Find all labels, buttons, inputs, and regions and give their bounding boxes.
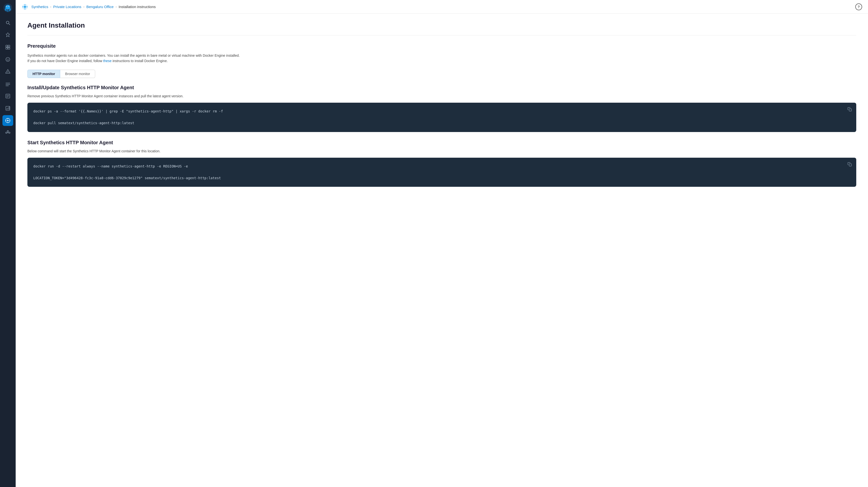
svg-rect-25 — [849, 109, 851, 111]
prerequisite-desc-part3: instructions to install Docker Engine. — [112, 59, 168, 63]
sidebar-item-logs[interactable] — [2, 91, 13, 101]
svg-rect-7 — [8, 45, 10, 47]
install-code: docker ps -a --format '{{.Names}}' | gre… — [33, 108, 850, 126]
page-body: Agent Installation Prerequisite Syntheti… — [16, 14, 868, 487]
app-logo[interactable] — [3, 3, 13, 13]
start-section-desc: Below command will start the Synthetics … — [27, 149, 856, 154]
install-section-desc: Remove previous Synthetics HTTP Monitor … — [27, 93, 856, 99]
sidebar-item-dashboards[interactable] — [2, 42, 13, 53]
page-title: Agent Installation — [27, 22, 856, 35]
svg-rect-14 — [6, 83, 10, 84]
topbar: Synthetics › Private Locations › Bengalu… — [16, 0, 868, 14]
breadcrumb-private-locations[interactable]: Private Locations — [53, 5, 82, 9]
breadcrumb-synthetics[interactable]: Synthetics — [31, 5, 48, 9]
sidebar — [0, 0, 16, 487]
svg-rect-15 — [6, 84, 10, 85]
svg-point-4 — [7, 6, 7, 7]
breadcrumb-current: Installation instructions — [119, 5, 156, 9]
svg-rect-6 — [6, 45, 8, 47]
svg-point-12 — [8, 59, 9, 59]
sidebar-item-fleet[interactable] — [2, 78, 13, 89]
tab-browser-monitor[interactable]: Browser monitor — [60, 70, 95, 78]
prerequisite-desc-part2: If you do not have Docker Engine install… — [27, 59, 103, 63]
start-code: docker run -d --restart always --name sy… — [33, 164, 850, 181]
prerequisite-desc-part1: Synthetics monitor agents run as docker … — [27, 54, 240, 58]
start-code-block: docker run -d --restart always --name sy… — [27, 158, 856, 187]
svg-point-5 — [9, 6, 9, 7]
main-content: Synthetics › Private Locations › Bengalu… — [16, 0, 868, 487]
svg-point-21 — [9, 132, 10, 133]
svg-point-19 — [7, 120, 8, 121]
tab-http-monitor[interactable]: HTTP monitor — [27, 70, 60, 78]
sidebar-item-alerts[interactable] — [2, 66, 13, 77]
start-copy-button[interactable] — [846, 161, 853, 168]
prerequisite-description: Synthetics monitor agents run as docker … — [27, 53, 856, 64]
breadcrumb-bengaluru-office[interactable]: Bengaluru Office — [86, 5, 114, 9]
svg-point-11 — [7, 59, 7, 59]
help-button[interactable]: ? — [855, 3, 862, 10]
copy-icon — [847, 107, 852, 111]
svg-point-24 — [24, 6, 26, 8]
monitor-tabs: HTTP monitor Browser monitor — [27, 70, 856, 78]
install-code-block: docker ps -a --format '{{.Names}}' | gre… — [27, 103, 856, 132]
sidebar-item-reports[interactable] — [2, 103, 13, 114]
svg-rect-26 — [849, 164, 851, 166]
start-section-heading: Start Synthetics HTTP Monitor Agent — [27, 140, 856, 145]
svg-point-22 — [7, 131, 8, 132]
svg-rect-9 — [8, 47, 10, 49]
breadcrumb: Synthetics › Private Locations › Bengalu… — [22, 3, 156, 10]
sidebar-item-experience[interactable] — [2, 54, 13, 65]
synthetics-breadcrumb-icon — [22, 3, 28, 10]
svg-point-10 — [6, 58, 10, 62]
svg-rect-8 — [6, 47, 8, 49]
sidebar-item-search[interactable] — [2, 18, 13, 28]
sidebar-item-synthetics[interactable] — [2, 115, 13, 126]
install-copy-button[interactable] — [846, 106, 853, 113]
sidebar-item-integrations[interactable] — [2, 127, 13, 138]
svg-rect-16 — [6, 85, 9, 86]
these-link[interactable]: these — [103, 59, 112, 63]
copy-icon-2 — [847, 162, 852, 166]
breadcrumb-sep-1: › — [50, 5, 51, 8]
breadcrumb-sep-2: › — [84, 5, 84, 8]
sidebar-item-apm[interactable] — [2, 30, 13, 40]
prerequisite-heading: Prerequisite — [27, 43, 856, 49]
breadcrumb-sep-3: › — [116, 5, 117, 8]
install-section-heading: Install/Update Synthetics HTTP Monitor A… — [27, 85, 856, 91]
